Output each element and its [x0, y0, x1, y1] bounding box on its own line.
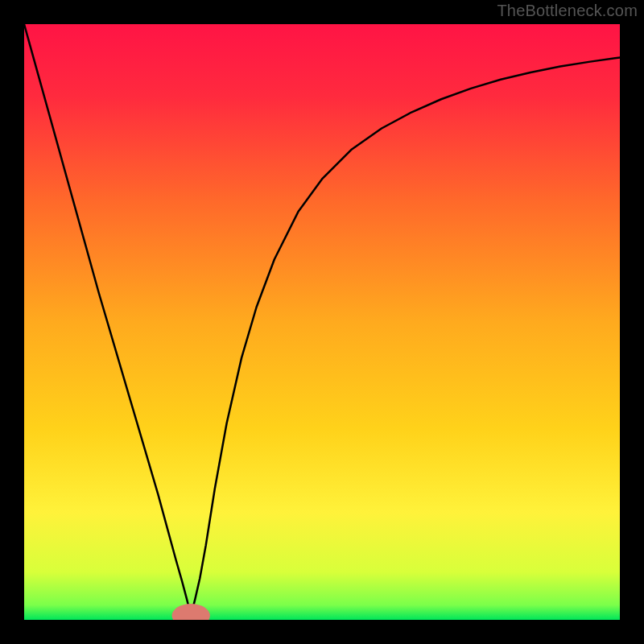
gradient-background	[24, 24, 620, 620]
plot-area	[24, 24, 620, 620]
bottleneck-plot-svg	[24, 24, 620, 620]
watermark-label: TheBottleneck.com	[497, 2, 638, 20]
chart-frame: TheBottleneck.com	[0, 0, 644, 644]
